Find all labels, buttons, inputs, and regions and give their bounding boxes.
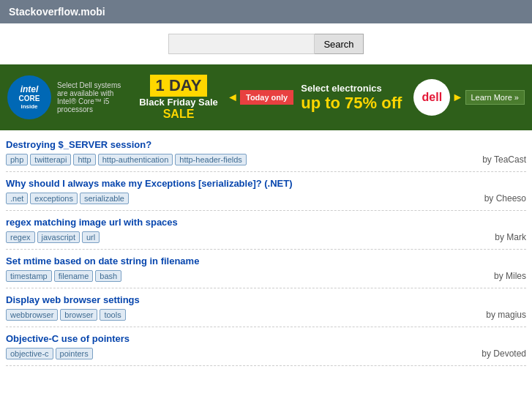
- question-meta: .netexceptionsserializableby Cheeso: [6, 193, 526, 204]
- search-bar: Search: [0, 23, 532, 64]
- tag[interactable]: php: [6, 154, 28, 165]
- tag[interactable]: browser: [60, 309, 97, 321]
- ad-black-friday: Black Friday Sale: [139, 97, 218, 108]
- question-title[interactable]: Destroying $_SERVER session?: [6, 139, 526, 150]
- search-button[interactable]: Search: [315, 34, 363, 54]
- ad-today-only: Today only: [240, 90, 293, 105]
- tag[interactable]: bash: [95, 270, 121, 282]
- question-row: Destroying $_SERVER session?phptwitterap…: [6, 133, 526, 172]
- question-tags: regexjavascripturl: [6, 231, 100, 243]
- question-tags: timestampfilenamebash: [6, 270, 121, 282]
- site-header: Stackoverflow.mobi: [0, 0, 532, 23]
- question-row: Why should I always make my Exceptions […: [6, 172, 526, 211]
- tag[interactable]: url: [82, 231, 100, 243]
- ad-center: 1 DAY Black Friday Sale SALE: [132, 75, 225, 121]
- question-row: Objective-C use of pointersobjective-cpo…: [6, 327, 526, 366]
- question-author: by Devoted: [482, 348, 526, 359]
- question-title[interactable]: Why should I always make my Exceptions […: [6, 178, 526, 189]
- ad-percent-off: up to 75% off: [301, 94, 402, 113]
- tag[interactable]: http-header-fields: [175, 154, 247, 165]
- question-title[interactable]: regex matching image url with spaces: [6, 217, 526, 228]
- question-title[interactable]: Display web browser settings: [6, 294, 526, 305]
- content-area: Destroying $_SERVER session?phptwitterap…: [0, 130, 532, 369]
- tag[interactable]: .net: [6, 193, 28, 204]
- ad-sale: SALE: [139, 108, 218, 121]
- tag[interactable]: filename: [54, 270, 94, 282]
- intel-logo: intel CORE inside: [7, 75, 51, 119]
- question-title[interactable]: Objective-C use of pointers: [6, 333, 526, 344]
- tag[interactable]: http-authentication: [98, 154, 173, 165]
- tag[interactable]: webbrowser: [6, 309, 58, 321]
- question-tags: .netexceptionsserializable: [6, 193, 129, 204]
- ad-electronics-info: Select electronics up to 75% off: [301, 83, 402, 113]
- site-title: Stackoverflow.mobi: [9, 6, 105, 18]
- question-tags: objective-cpointers: [6, 348, 93, 359]
- question-meta: regexjavascripturlby Mark: [6, 231, 526, 243]
- question-meta: webbrowserbrowsertoolsby magius: [6, 309, 526, 321]
- question-meta: objective-cpointersby Devoted: [6, 348, 526, 359]
- ad-left-text: Select Dell systems are available with I…: [57, 81, 130, 113]
- question-meta: phptwitterapihttphttp-authenticationhttp…: [6, 154, 526, 165]
- tag[interactable]: timestamp: [6, 270, 52, 282]
- tag[interactable]: serializable: [80, 193, 129, 204]
- ad-banner: intel CORE inside Select Dell systems ar…: [0, 64, 532, 130]
- dell-logo: dell: [413, 79, 450, 116]
- search-input[interactable]: [168, 34, 315, 54]
- tag[interactable]: twitterapi: [30, 154, 71, 165]
- ad-right: Today only Select electronics up to 75% …: [240, 79, 450, 116]
- question-row: Set mtime based on date string in filena…: [6, 250, 526, 288]
- question-tags: phptwitterapihttphttp-authenticationhttp…: [6, 154, 247, 165]
- question-tags: webbrowserbrowsertools: [6, 309, 126, 321]
- tag[interactable]: exceptions: [30, 193, 78, 204]
- tag[interactable]: objective-c: [6, 348, 53, 359]
- question-author: by TeaCast: [482, 154, 526, 165]
- tag[interactable]: tools: [100, 309, 125, 321]
- question-author: by magius: [486, 310, 526, 320]
- ad-left-arrow[interactable]: ◄: [227, 91, 239, 104]
- question-row: Display web browser settingswebbrowserbr…: [6, 288, 526, 327]
- tag[interactable]: http: [73, 154, 95, 165]
- question-title[interactable]: Set mtime based on date string in filena…: [6, 256, 526, 266]
- question-author: by Mark: [495, 232, 526, 242]
- ad-learn-more-button[interactable]: Learn More »: [465, 90, 525, 105]
- question-author: by Cheeso: [484, 193, 526, 204]
- ad-left: intel CORE inside Select Dell systems ar…: [7, 75, 130, 119]
- question-author: by Miles: [494, 271, 526, 281]
- ad-one-day: 1 DAY: [150, 75, 208, 97]
- tag[interactable]: javascript: [37, 231, 80, 243]
- question-meta: timestampfilenamebashby Miles: [6, 270, 526, 282]
- tag[interactable]: pointers: [56, 348, 93, 359]
- tag[interactable]: regex: [6, 231, 35, 243]
- ad-right-arrow[interactable]: ►: [452, 91, 464, 104]
- question-row: regex matching image url with spacesrege…: [6, 211, 526, 250]
- ad-select-electronics: Select electronics: [301, 83, 402, 94]
